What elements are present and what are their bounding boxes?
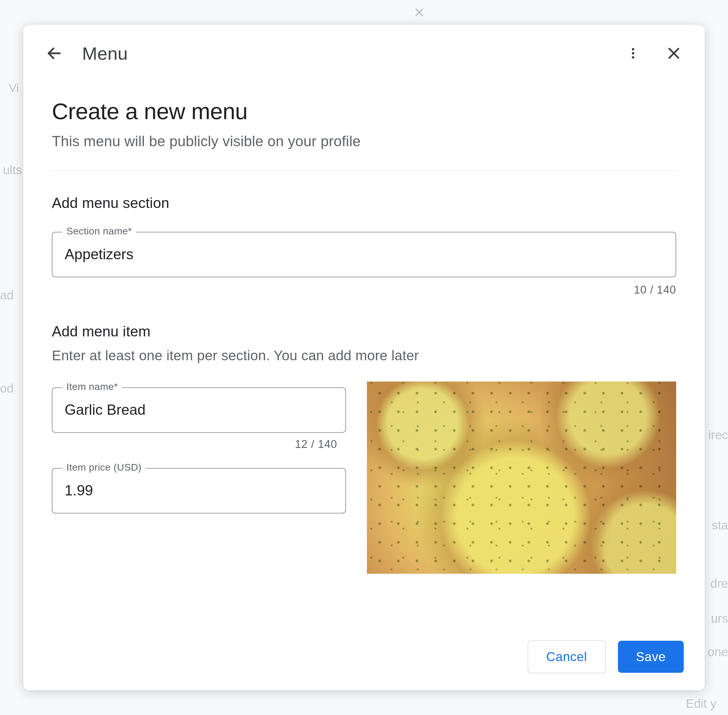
back-button[interactable] (39, 39, 69, 68)
bg-text-1: Vi (9, 81, 19, 95)
menu-modal: Menu Create a new menu This menu will be… (23, 25, 705, 690)
more-options-button[interactable] (618, 39, 648, 68)
bg-text-9: one (708, 645, 728, 659)
page-heading: Create a new menu (52, 98, 676, 125)
bg-close-hint: ✕ (413, 5, 425, 21)
modal-footer: Cancel Save (23, 628, 705, 690)
item-price-label: Item price (USD) (62, 462, 146, 473)
bg-text-8: urs (711, 612, 728, 626)
page-subheading: This menu will be publicly visible on yo… (52, 133, 676, 150)
bg-text-6: sta (712, 518, 728, 532)
bg-text-4: od (0, 382, 14, 395)
add-item-heading: Add menu item (52, 323, 676, 340)
add-item-subheading: Enter at least one item per section. You… (52, 347, 676, 364)
bg-text-2: ults (3, 163, 22, 177)
section-name-field: Section name* (52, 232, 676, 277)
divider (52, 170, 676, 170)
close-button[interactable] (659, 39, 689, 68)
bg-text-10: Edit y (686, 697, 716, 710)
svg-point-3 (632, 56, 634, 59)
item-price-input[interactable] (52, 468, 346, 513)
svg-point-2 (632, 52, 634, 54)
section-name-input[interactable] (52, 232, 676, 277)
item-name-counter: 12 / 140 (52, 438, 346, 451)
item-name-label: Item name* (62, 381, 122, 392)
more-vertical-icon (626, 46, 640, 60)
modal-title: Menu (82, 43, 128, 64)
item-price-field: Item price (USD) (52, 468, 346, 513)
section-name-counter: 10 / 140 (52, 284, 676, 296)
modal-header: Menu (23, 25, 705, 81)
close-icon (666, 45, 682, 61)
bg-text-7: dre (710, 577, 728, 591)
cancel-button[interactable]: Cancel (528, 640, 606, 673)
item-image[interactable] (367, 382, 676, 574)
bg-text-3: ad (0, 288, 14, 302)
item-name-field: Item name* (52, 387, 346, 433)
add-section-heading: Add menu section (52, 195, 676, 211)
bg-text-5: irec (708, 428, 728, 442)
item-row: Item name* 12 / 140 Item price (USD) (52, 382, 676, 574)
item-fields-column: Item name* 12 / 140 Item price (USD) (52, 382, 346, 513)
svg-point-1 (632, 48, 634, 50)
save-button[interactable]: Save (618, 641, 684, 673)
item-name-input[interactable] (52, 387, 346, 433)
modal-body: Create a new menu This menu will be publ… (23, 81, 705, 628)
section-name-label: Section name* (62, 225, 136, 237)
arrow-left-icon (46, 45, 63, 62)
item-image-column (367, 382, 676, 574)
